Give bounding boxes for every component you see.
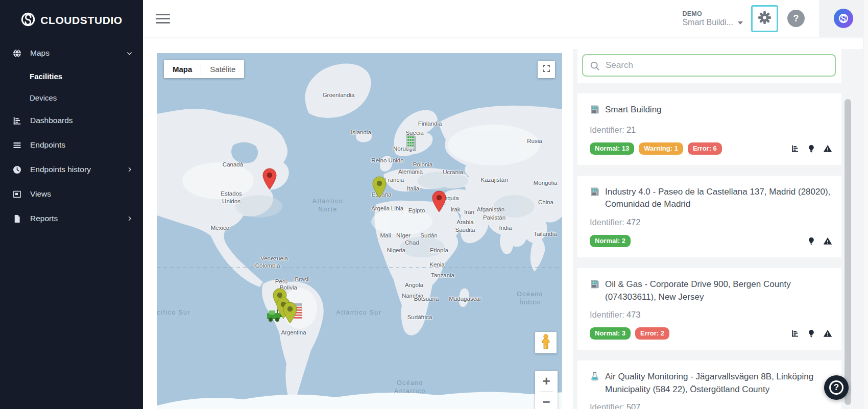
fullscreen-button[interactable] [538,61,555,78]
status-badge-normal: Normal: 3 [590,327,631,340]
map-continents [157,53,562,409]
zoom-in-button[interactable]: + [535,371,558,391]
warning-action-icon[interactable] [823,144,832,153]
header-help-button[interactable]: ? [787,10,805,27]
bulb-action-icon[interactable] [807,237,815,245]
project-name: Smart Buildi... [682,18,733,27]
facility-identifier: Identifier:473 [590,310,832,320]
factory-icon [590,186,600,201]
sidebar-item-views[interactable]: Views [0,182,143,206]
facility-name: Smart Building [605,104,662,116]
status-badge-normal: Normal: 13 [590,142,634,155]
marker-building-sweden[interactable] [405,134,418,153]
marker-pin-egypt[interactable] [431,190,447,214]
sidebar-item-label: Endpoints history [30,165,91,174]
sidebar-item-endpoints-history[interactable]: Endpoints history [0,157,143,182]
facility-card-industry-4-0[interactable]: Industry 4.0 - Paseo de la Castellana 13… [577,176,841,257]
facility-name: Oil & Gas - Corporate Drive 900, Bergen … [605,278,832,303]
search-icon [589,60,600,74]
sidebar-item-label: Reports [30,214,58,223]
map-canvas[interactable]: GroenlandiaIslandiaFinlandiaSueciaNorueg… [157,53,562,409]
factory-icon [590,279,600,293]
question-mark-icon: ? [829,380,843,395]
facility-name: Industry 4.0 - Paseo de la Castellana 13… [605,186,832,211]
report-file-icon [12,214,22,224]
panel-scrollbar[interactable] [845,99,851,405]
brand-name: CLOUDSTUDIO [40,14,123,27]
facility-card-smart-building[interactable]: Smart Building Identifier:21 Normal: 13 … [577,93,841,165]
page-scrollbar[interactable] [863,0,868,409]
gear-icon [758,11,771,27]
search-input[interactable] [583,55,835,76]
avatar-zone [819,0,868,37]
image-frame-icon [12,189,22,199]
dashboard-chart-icon [12,116,22,126]
status-badge-normal: Normal: 2 [590,235,631,247]
help-floating-button[interactable]: ? [824,375,849,400]
cloudstudio-logo-icon [20,12,36,29]
sidebar-item-label: Views [30,189,51,199]
org-selector[interactable]: DEMO Smart Buildi... [682,10,743,27]
main-content: GroenlandiaIslandiaFinlandiaSueciaNorueg… [143,37,868,409]
sidebar-item-reports[interactable]: Reports [0,206,143,231]
sidebar-item-endpoints[interactable]: Endpoints [0,133,143,157]
hamburger-menu-icon[interactable] [156,14,170,23]
clock-icon [12,165,22,175]
status-badge-error: Error: 2 [635,327,669,340]
chart-action-icon[interactable] [790,144,800,153]
facility-identifier: Identifier:472 [590,218,832,227]
avatar[interactable] [834,9,853,28]
app-window: CLOUDSTUDIO Maps Facilities Devices Dash… [0,0,868,409]
facility-identifier: Identifier:21 [590,125,832,135]
facility-card-oil-gas[interactable]: Oil & Gas - Corporate Drive 900, Bergen … [577,268,841,350]
search-card [577,49,841,83]
chevron-down-icon [126,50,133,57]
street-view-pegman-button[interactable] [535,332,557,353]
map-type-control: Mapa Satélite [164,60,244,78]
sidebar-item-facilities[interactable]: Facilities [0,65,143,87]
chart-action-icon[interactable] [790,329,800,338]
list-lines-icon [12,140,22,150]
search-box [582,54,836,77]
facility-card-air-quality[interactable]: Air Quality Monitoring - Jägarvallsvägen… [577,360,841,409]
top-header: DEMO Smart Buildi... [143,0,868,37]
chevron-right-icon [127,215,133,222]
pegman-icon [540,334,551,351]
sidebar-item-dashboards[interactable]: Dashboards [0,108,143,133]
status-badge-warning: Warning: 1 [639,142,683,155]
sidebar-item-label: Endpoints [30,140,65,150]
sidebar-item-label: Facilities [30,72,62,81]
org-name: DEMO [682,10,743,17]
marker-pin-south-america-3[interactable] [282,301,298,326]
warning-action-icon[interactable] [823,329,832,338]
factory-icon [590,104,600,118]
sidebar-item-label: Maps [30,49,50,58]
sidebar-item-label: Devices [30,93,57,102]
warning-action-icon[interactable] [823,236,832,246]
facilities-panel: Smart Building Identifier:21 Normal: 13 … [573,49,868,409]
bulb-action-icon[interactable] [807,329,815,338]
settings-button[interactable] [751,5,778,32]
status-badge-error: Error: 6 [688,142,722,155]
globe-icon [12,49,22,58]
sidebar-item-maps[interactable]: Maps [0,41,143,65]
bulb-action-icon[interactable] [807,145,815,153]
sidebar-item-devices[interactable]: Devices [0,87,143,108]
caret-down-icon [738,21,743,25]
sidebar: CLOUDSTUDIO Maps Facilities Devices Dash… [0,0,143,409]
map-type-satellite-button[interactable]: Satélite [201,65,244,74]
marker-pin-canada[interactable] [262,167,277,192]
sidebar-item-label: Dashboards [30,116,73,125]
zoom-control: + − [535,371,558,409]
map-type-map-button[interactable]: Mapa [164,65,201,74]
marker-pin-spain[interactable] [372,176,387,200]
chevron-right-icon [127,166,133,173]
zoom-out-button[interactable]: − [535,392,558,409]
facility-identifier: Identifier:507 [590,402,832,409]
question-mark-icon: ? [793,13,799,24]
facility-name: Air Quality Monitoring - Jägarvallsvägen… [605,371,832,396]
fullscreen-icon [542,64,551,75]
flask-icon [590,371,600,386]
brand-logo[interactable]: CLOUDSTUDIO [0,0,143,41]
